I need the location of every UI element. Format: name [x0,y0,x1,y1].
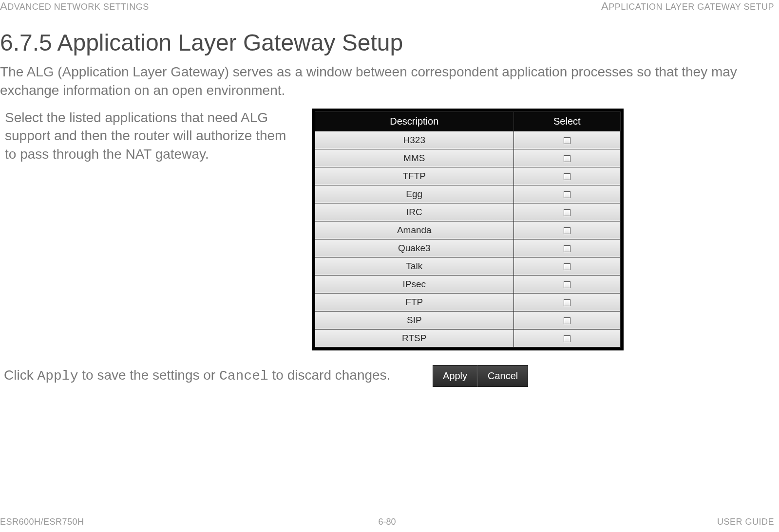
row-select-cell [513,167,620,185]
table-row: H323 [315,131,621,149]
table-row: Quake3 [315,239,621,257]
row-select-cell [513,329,620,347]
instruction-paragraph: Select the listed applications that need… [5,109,292,164]
row-select-cell [513,131,620,149]
actions-buttons: Apply Cancel [433,365,528,387]
row-description: FTP [315,293,514,311]
select-checkbox[interactable] [564,137,570,144]
table-row: SIP [315,311,621,329]
actions-text-prefix: Click [4,367,37,383]
table-row: TFTP [315,167,621,185]
col-header-select: Select [513,111,620,131]
row-select-cell [513,257,620,275]
select-checkbox[interactable] [564,335,570,342]
table-row: IPsec [315,275,621,293]
table-row: Talk [315,257,621,275]
row-select-cell [513,221,620,239]
actions-text-suffix: to discard changes. [268,367,391,383]
row-select-cell [513,185,620,203]
table-row: FTP [315,293,621,311]
select-checkbox[interactable] [564,155,570,162]
page-title: 6.7.5 Application Layer Gateway Setup [0,29,779,56]
row-description: SIP [315,311,514,329]
header-right: APPLICATION LAYER GATEWAY SETUP [601,0,774,13]
select-checkbox[interactable] [564,245,570,252]
row-select-cell [513,293,620,311]
select-checkbox[interactable] [564,263,570,270]
header-left: ADVANCED NETWORK SETTINGS [0,0,149,13]
row-description: IRC [315,203,514,221]
footer-left: ESR600H/ESR750H [0,517,84,527]
row-description: TFTP [315,167,514,185]
select-checkbox[interactable] [564,299,570,306]
row-description: IPsec [315,275,514,293]
row-description: RTSP [315,329,514,347]
table-row: RTSP [315,329,621,347]
row-description: Egg [315,185,514,203]
row-description: H323 [315,131,514,149]
alg-table: Description Select H323MMSTFTPEggIRCAman… [312,109,624,350]
select-checkbox[interactable] [564,173,570,180]
row-select-cell [513,311,620,329]
apply-button[interactable]: Apply [433,365,477,387]
row-select-cell [513,275,620,293]
select-checkbox[interactable] [564,227,570,234]
row-select-cell [513,203,620,221]
row-description: Quake3 [315,239,514,257]
footer-center: 6-80 [378,517,396,527]
row-description: Talk [315,257,514,275]
intro-paragraph: The ALG (Application Layer Gateway) serv… [0,63,774,100]
select-checkbox[interactable] [564,209,570,216]
table-row: MMS [315,149,621,167]
table-row: Egg [315,185,621,203]
cancel-code: Cancel [219,368,268,384]
table-row: IRC [315,203,621,221]
actions-instruction: Click Apply to save the settings or Canc… [4,366,428,385]
row-description: Amanda [315,221,514,239]
footer-right: USER GUIDE [717,517,774,527]
select-checkbox[interactable] [564,281,570,288]
apply-code: Apply [37,368,78,384]
row-select-cell [513,239,620,257]
row-select-cell [513,149,620,167]
select-checkbox[interactable] [564,191,570,198]
col-header-description: Description [315,111,514,131]
table-row: Amanda [315,221,621,239]
row-description: MMS [315,149,514,167]
actions-text-mid: to save the settings or [78,367,219,383]
cancel-button[interactable]: Cancel [477,365,528,387]
select-checkbox[interactable] [564,317,570,324]
